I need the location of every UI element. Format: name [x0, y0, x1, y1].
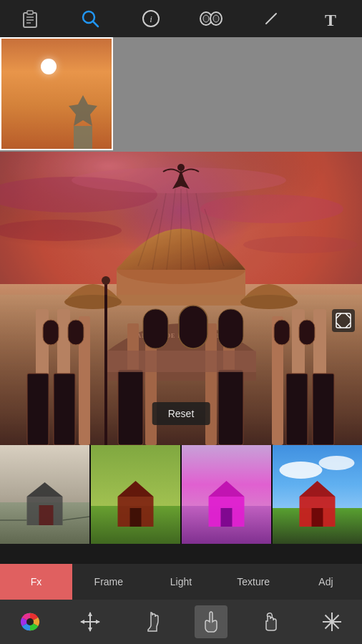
mask-icon[interactable]: [197, 4, 225, 33]
top-toolbar: i T: [0, 0, 362, 37]
svg-rect-1: [27, 11, 33, 14]
svg-marker-102: [88, 628, 92, 632]
filter-bw[interactable]: [0, 445, 89, 544]
thumbnail-image[interactable]: [0, 37, 113, 150]
svg-point-92: [319, 456, 355, 470]
filter-purple[interactable]: [182, 445, 271, 544]
svg-text:i: i: [150, 14, 152, 24]
bottom-icon-bar: [0, 600, 362, 644]
clipboard-icon[interactable]: [16, 4, 44, 33]
filter-warm[interactable]: [91, 445, 180, 544]
main-image: PALACIO DE BELLAS ARTES: [0, 152, 362, 445]
building-svg: PALACIO DE BELLAS ARTES: [0, 152, 362, 445]
svg-rect-96: [312, 508, 323, 527]
filter-vivid-preview: [273, 445, 362, 544]
expand-icon[interactable]: [332, 309, 355, 332]
tab-fx[interactable]: Fx: [0, 564, 72, 600]
svg-text:T: T: [325, 11, 336, 29]
gesture-icon[interactable]: [255, 605, 288, 638]
info-icon[interactable]: i: [137, 4, 165, 33]
color-wheel-icon[interactable]: [14, 605, 47, 638]
thumb-statue: [58, 92, 108, 149]
tab-frame[interactable]: Frame: [72, 564, 145, 600]
svg-rect-84: [130, 508, 142, 527]
svg-marker-103: [80, 620, 84, 624]
filter-warm-preview: [91, 445, 180, 544]
bottom-tab-bar: Fx Frame Light Texture Adj: [0, 564, 362, 600]
filter-purple-preview: [182, 445, 271, 544]
svg-line-6: [93, 21, 98, 26]
search-icon[interactable]: [76, 4, 104, 33]
thumbnail-area: [0, 37, 362, 152]
text-icon[interactable]: T: [318, 4, 346, 33]
svg-line-13: [266, 14, 276, 24]
svg-rect-89: [221, 508, 233, 527]
expand-arrows-icon: [336, 313, 351, 328]
grey-area: [113, 37, 362, 150]
svg-rect-77: [39, 505, 54, 525]
touch-icon[interactable]: [195, 605, 228, 638]
thumb-sun: [41, 59, 57, 74]
svg-point-98: [26, 618, 34, 625]
svg-marker-15: [69, 95, 97, 126]
tab-texture[interactable]: Texture: [217, 564, 290, 600]
reset-button[interactable]: Reset: [152, 402, 210, 425]
pen-icon[interactable]: [257, 4, 285, 33]
filter-bw-preview: [0, 445, 89, 544]
filter-vivid[interactable]: [273, 445, 362, 544]
svg-marker-104: [96, 620, 100, 624]
tab-adj[interactable]: Adj: [290, 564, 362, 600]
svg-marker-101: [88, 612, 92, 616]
svg-rect-16: [74, 126, 92, 149]
tab-light[interactable]: Light: [145, 564, 217, 600]
move-icon[interactable]: [74, 605, 107, 638]
filter-strip: [0, 445, 362, 544]
svg-rect-67: [0, 152, 362, 295]
svg-point-91: [280, 462, 323, 479]
star-icon[interactable]: [315, 605, 348, 638]
hand-icon[interactable]: [134, 605, 167, 638]
svg-point-11: [203, 15, 209, 22]
svg-point-12: [213, 15, 219, 22]
